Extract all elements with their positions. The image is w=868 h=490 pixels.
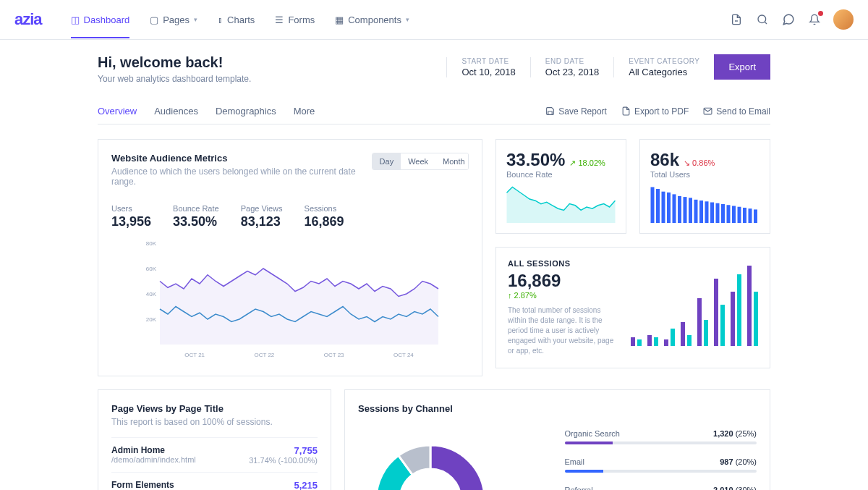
send-email-link[interactable]: Send to Email [703,106,770,117]
svg-rect-11 [651,187,655,224]
tab-demographics[interactable]: Demographics [216,98,276,124]
end-date-group[interactable]: END DATE Oct 23, 2018 [530,57,599,77]
svg-text:OCT 23: OCT 23 [324,352,344,358]
audience-subtitle: Audience to which the users belonged whi… [111,166,372,187]
tab-more[interactable]: More [294,98,315,124]
users-label: Total Users [650,170,760,179]
svg-rect-23 [716,203,720,223]
total-users-card: 86k ↘ 0.86% Total Users [639,139,770,234]
export-button[interactable]: Export [714,54,770,80]
svg-rect-44 [737,274,741,346]
nav-item-pages[interactable]: ▢Pages▾ [150,1,197,38]
svg-rect-31 [631,337,635,346]
stat-block: Bounce Rate33.50% [173,204,219,229]
svg-rect-26 [732,206,736,223]
nav-item-components[interactable]: ▦Components▾ [335,1,409,38]
nav-menu: ◫Dashboard▢Pages▾⫾Charts☰Forms▦Component… [71,1,409,38]
svg-rect-27 [738,207,741,223]
page-title: Hi, welcome back! [98,54,251,71]
sessions-bar-chart [628,259,758,346]
svg-rect-18 [689,198,692,223]
bounce-value: 33.50% [506,150,565,170]
svg-rect-12 [656,189,660,223]
svg-text:OCT 22: OCT 22 [254,352,274,358]
nav-icons [729,9,854,30]
period-week[interactable]: Week [401,153,435,169]
svg-rect-38 [687,335,692,346]
navbar: azia ◫Dashboard▢Pages▾⫾Charts☰Forms▦Comp… [0,0,868,40]
svg-rect-21 [705,201,709,223]
channel-list: Organic Search1,320 (25%)Email987 (20%)R… [565,429,757,491]
pageviews-list: Admin Home/demo/admin/index.html7,75531.… [111,437,318,490]
channels-title: Sessions by Channel [358,403,757,414]
users-value: 86k [650,150,679,170]
welcome-block: Hi, welcome back! Your web analytics das… [98,54,251,84]
bounce-rate-card: 33.50% ↗ 18.02% Bounce Rate [495,139,626,234]
pageviews-title: Page Views by Page Title [111,403,318,414]
svg-rect-13 [662,192,665,223]
users-delta: ↘ 0.86% [684,159,715,168]
svg-rect-32 [637,339,642,346]
svg-rect-34 [654,337,658,346]
audience-line-chart: 20K40K60K80KOCT 21OCT 22OCT 23OCT 24 [111,240,469,363]
svg-rect-19 [694,200,698,223]
svg-rect-16 [678,196,681,223]
tab-overview[interactable]: Overview [98,98,137,124]
tabs: OverviewAudiencesDemographicsMore [98,98,315,124]
avatar[interactable] [833,9,854,30]
brand-logo[interactable]: azia [14,10,42,29]
audience-stats: Users13,956Bounce Rate33.50%Page Views83… [111,204,469,229]
tab-audiences[interactable]: Audiences [154,98,198,124]
end-date-label: END DATE [545,57,599,65]
bell-icon[interactable] [807,12,822,27]
nav-icon: ▦ [335,14,344,25]
chevron-down-icon: ▾ [194,16,197,23]
channel-row: Referral2,010 (30%) [565,486,757,491]
svg-text:OCT 21: OCT 21 [184,352,205,358]
stat-block: Sessions16,869 [305,204,344,229]
export-pdf-link[interactable]: Export to PDF [621,106,689,117]
svg-rect-37 [681,322,685,346]
start-date-group[interactable]: START DATE Oct 10, 2018 [446,57,515,77]
all-sessions-card: ALL SESSIONS 16,869 ↑ 2.87% The total nu… [495,247,770,368]
audience-title: Website Audience Metrics [111,153,372,164]
nav-item-charts[interactable]: ⫾Charts [218,1,255,38]
sessions-delta: ↑ 2.87% [508,291,616,300]
chat-icon[interactable] [781,12,796,27]
svg-rect-41 [714,279,718,346]
channel-row: Organic Search1,320 (25%) [565,429,757,444]
nav-item-dashboard[interactable]: ◫Dashboard [71,1,130,38]
svg-rect-29 [749,208,752,223]
notification-badge [818,11,823,16]
search-icon[interactable] [755,12,770,27]
event-category-group[interactable]: EVENT CATEGORY All Categories [613,57,699,77]
stat-block: Users13,956 [111,204,151,229]
svg-rect-45 [747,266,752,346]
svg-text:80K: 80K [146,240,157,247]
svg-text:OCT 24: OCT 24 [393,352,414,358]
svg-text:60K: 60K [146,266,157,272]
action-links: Save Report Export to PDF Send to Email [545,106,770,117]
page-subtitle: Your web analytics dashboard template. [98,74,251,84]
svg-rect-22 [710,203,714,223]
svg-rect-28 [743,208,746,223]
nav-icon: ▢ [150,14,158,25]
save-report-link[interactable]: Save Report [545,106,607,117]
chevron-down-icon: ▾ [406,16,409,23]
svg-rect-35 [664,339,668,346]
svg-rect-33 [647,335,652,346]
svg-rect-20 [699,200,703,223]
file-icon[interactable] [729,12,744,27]
nav-icon: ⫾ [218,14,223,25]
stat-block: Page Views83,123 [241,204,283,229]
svg-rect-15 [673,194,676,223]
svg-rect-36 [671,329,675,346]
pageview-row[interactable]: Form Elements/demo/admin/forms.html5,215… [111,472,318,490]
sessions-value: 16,869 [508,271,616,291]
period-day[interactable]: Day [373,153,401,169]
period-month[interactable]: Month [435,153,469,169]
start-date-label: START DATE [461,57,515,65]
nav-item-forms[interactable]: ☰Forms [275,1,315,38]
bounce-sparkline [506,183,616,223]
pageview-row[interactable]: Admin Home/demo/admin/index.html7,75531.… [111,437,318,472]
